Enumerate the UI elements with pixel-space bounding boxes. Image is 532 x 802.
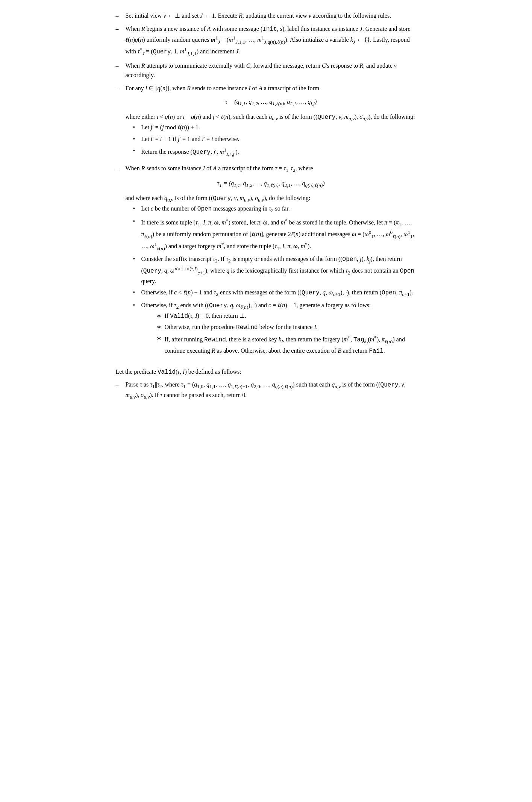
parse-item: – Parse τ as τ1||τ2, where τ1 = (q1,0, q… xyxy=(116,380,417,401)
math-tau-1: τ = (q1,1, q1,2, …, q1,ℓ(n), q2,1, …, qi… xyxy=(126,97,417,108)
dash-item-4: – For any i ∈ [q(n)], when R sends to so… xyxy=(116,84,417,160)
sub-bullet-content-5-5-1: If Valid(τ, I) = 0, then return ⊥. xyxy=(165,311,417,321)
bullet-5-5: • Otherwise, if τ2 ends with ((Query, q,… xyxy=(126,301,417,358)
bullet-4-3: • Return the response (Query, j′, m1I,i′… xyxy=(126,146,417,158)
bullet-content-5-5: Otherwise, if τ2 ends with ((Query, q, ω… xyxy=(141,301,417,358)
bullet-dot-5-5: • xyxy=(133,301,140,310)
nested-bullets-4: • Let j′ = (j mod ℓ(n)) + 1. • Let i′ = … xyxy=(126,123,417,158)
dash-5: – xyxy=(116,164,123,173)
nested-bullets-5: • Let c be the number of Open messages a… xyxy=(126,204,417,358)
dash-parse: – xyxy=(116,380,123,390)
sub-bullets-5-5: ∗ If Valid(τ, I) = 0, then return ⊥. ∗ O… xyxy=(141,311,417,356)
bullet-dot-4-2: • xyxy=(133,135,140,144)
bullet-dot-4-3: • xyxy=(133,146,140,156)
parse-content: Parse τ as τ1||τ2, where τ1 = (q1,0, q1,… xyxy=(126,380,417,401)
dash-4: – xyxy=(116,84,123,93)
dash-item-1: – Set initial view v ← ⊥ and set J ← 1. … xyxy=(116,11,417,21)
dash-content-2: When R begins a new instance of A with s… xyxy=(126,24,417,58)
dash-content-4: For any i ∈ [q(n)], when R sends to some… xyxy=(126,84,417,160)
bullet-content-5-1: Let c be the number of Open messages app… xyxy=(141,204,417,215)
sub-bullet-5-5-3: ∗ If, after running Rewind, there is a s… xyxy=(149,334,417,356)
bullet-content-5-3: Consider the suffix transcript τ2. If τ2… xyxy=(141,255,417,286)
star-5-5-1: ∗ xyxy=(156,311,163,321)
dash-3: – xyxy=(116,61,123,71)
dash-content-1: Set initial view v ← ⊥ and set J ← 1. Ex… xyxy=(126,11,417,21)
math-tau-2: τ1 = (q1,1, q1,2, …, q1,ℓ(n), q2,1, …, q… xyxy=(126,179,417,190)
bullet-dot-4-1: • xyxy=(133,123,140,132)
sub-bullet-content-5-5-3: If, after running Rewind, there is a sto… xyxy=(165,334,417,356)
bullet-content-4-2: Let i′ = i + 1 if j′ = 1 and i′ = i othe… xyxy=(141,135,417,144)
bullet-content-5-4: Otherwise, if c < ℓ(n) − 1 and τ2 ends w… xyxy=(141,288,417,299)
star-5-5-2: ∗ xyxy=(156,323,163,332)
dash-item-3: – When R attempts to communicate externa… xyxy=(116,61,417,80)
sub-bullet-5-5-1: ∗ If Valid(τ, I) = 0, then return ⊥. xyxy=(149,311,417,321)
dash-content-5: When R sends to some instance I of A a t… xyxy=(126,164,417,360)
dash-item-2: – When R begins a new instance of A with… xyxy=(116,24,417,58)
valid-section: Let the predicate Valid(τ, I) be defined… xyxy=(116,367,417,401)
bullet-5-4: • Otherwise, if c < ℓ(n) − 1 and τ2 ends… xyxy=(126,288,417,299)
bullet-dot-5-4: • xyxy=(133,288,140,297)
main-content: – Set initial view v ← ⊥ and set J ← 1. … xyxy=(116,11,417,401)
bullet-content-4-3: Return the response (Query, j′, m1I,i′,j… xyxy=(141,146,417,158)
bullet-content-5-2: If there is some tuple (τ1, I, π, ω, m*)… xyxy=(141,217,417,252)
sub-bullet-5-5-2: ∗ Otherwise, run the procedure Rewind be… xyxy=(149,323,417,332)
bullet-5-1: • Let c be the number of Open messages a… xyxy=(126,204,417,215)
bullet-4-2: • Let i′ = i + 1 if j′ = 1 and i′ = i ot… xyxy=(126,135,417,144)
star-5-5-3: ∗ xyxy=(156,334,163,343)
sub-bullet-content-5-5-2: Otherwise, run the procedure Rewind belo… xyxy=(165,323,417,332)
bullet-4-1: • Let j′ = (j mod ℓ(n)) + 1. xyxy=(126,123,417,132)
bullet-dot-5-1: • xyxy=(133,204,140,214)
dash-1: – xyxy=(116,11,123,21)
dash-item-5: – When R sends to some instance I of A a… xyxy=(116,164,417,360)
bullet-dot-5-2: • xyxy=(133,217,140,226)
bullet-5-2: • If there is some tuple (τ1, I, π, ω, m… xyxy=(126,217,417,252)
bullet-dot-5-3: • xyxy=(133,255,140,264)
dash-content-3: When R attempts to communicate externall… xyxy=(126,61,417,80)
valid-predicate-intro: Let the predicate Valid(τ, I) be defined… xyxy=(116,367,417,377)
bullet-5-3: • Consider the suffix transcript τ2. If … xyxy=(126,255,417,286)
bullet-content-4-1: Let j′ = (j mod ℓ(n)) + 1. xyxy=(141,123,417,132)
dash-2: – xyxy=(116,24,123,34)
